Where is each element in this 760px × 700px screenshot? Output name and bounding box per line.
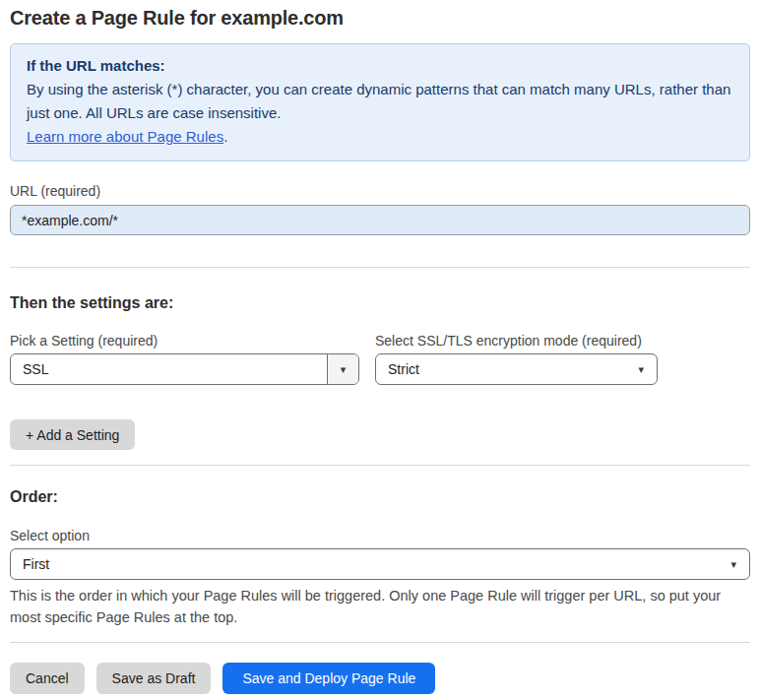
mode-picker-label: Select SSL/TLS encryption mode (required…: [375, 333, 658, 349]
mode-picker-value: Strict: [376, 361, 625, 377]
divider-url-settings: [10, 267, 750, 268]
url-field-label: URL (required): [10, 183, 750, 199]
info-box-link-line: Learn more about Page Rules.: [27, 125, 733, 149]
info-box-heading: If the URL matches:: [27, 54, 733, 78]
page-title: Create a Page Rule for example.com: [10, 7, 750, 30]
setting-picker-group: Pick a Setting (required) SSL ▾: [10, 312, 359, 385]
setting-picker-label: Pick a Setting (required): [10, 333, 359, 349]
mode-picker-arrow: ▾: [625, 364, 657, 375]
order-select[interactable]: First ▾: [10, 548, 750, 580]
chevron-down-icon: ▾: [638, 364, 644, 375]
save-deploy-button[interactable]: Save and Deploy Page Rule: [222, 663, 435, 694]
settings-section-heading: Then the settings are:: [10, 294, 750, 312]
link-period: .: [223, 128, 227, 145]
order-select-arrow: ▾: [718, 559, 749, 570]
order-help-text: This is the order in which your Page Rul…: [10, 585, 750, 628]
settings-selects-row: Pick a Setting (required) SSL ▾ Select S…: [10, 312, 750, 385]
order-select-value: First: [11, 556, 718, 572]
mode-picker-select[interactable]: Strict ▾: [375, 353, 658, 385]
cancel-button[interactable]: Cancel: [10, 663, 85, 694]
setting-picker-arrow-box[interactable]: ▾: [327, 354, 358, 384]
learn-more-link[interactable]: Learn more about Page Rules: [27, 128, 223, 145]
save-draft-button[interactable]: Save as Draft: [96, 663, 212, 694]
form-actions: Cancel Save as Draft Save and Deploy Pag…: [10, 663, 750, 694]
setting-picker-select[interactable]: SSL ▾: [10, 353, 359, 385]
url-match-info-box: If the URL matches: By using the asteris…: [10, 43, 750, 161]
info-box-body: By using the asterisk (*) character, you…: [27, 78, 733, 125]
order-section-heading: Order:: [10, 488, 750, 506]
mode-picker-group: Select SSL/TLS encryption mode (required…: [375, 312, 658, 385]
divider-order-actions: [10, 642, 750, 643]
order-select-label: Select option: [10, 528, 750, 543]
page-rule-form: Create a Page Rule for example.com If th…: [0, 7, 760, 694]
add-setting-button[interactable]: + Add a Setting: [10, 419, 135, 450]
url-input[interactable]: [10, 205, 750, 235]
setting-picker-value: SSL: [11, 361, 327, 377]
chevron-down-icon: ▾: [341, 364, 347, 375]
chevron-down-icon: ▾: [730, 559, 736, 570]
divider-settings-order: [10, 465, 750, 466]
